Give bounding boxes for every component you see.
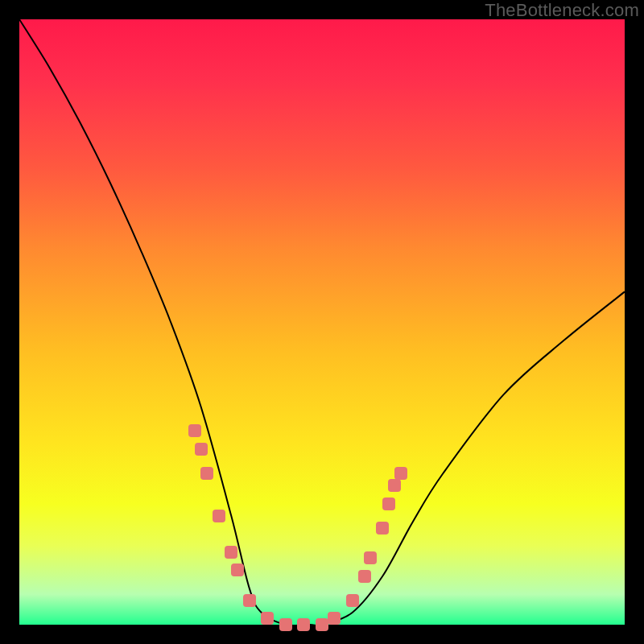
bottleneck-curve <box>19 19 625 625</box>
curve-marker <box>188 424 201 437</box>
curve-marker <box>376 522 389 535</box>
curve-marker <box>328 612 341 625</box>
curve-marker <box>316 618 328 631</box>
curve-marker <box>279 618 292 631</box>
curve-marker <box>297 618 310 631</box>
watermark-label: TheBottleneck.com <box>485 0 639 21</box>
curve-marker <box>358 570 371 583</box>
curve-marker <box>388 479 401 492</box>
curve-marker <box>231 564 244 576</box>
curve-marker <box>225 546 237 559</box>
curve-marker <box>382 497 395 510</box>
curve-marker <box>346 594 359 607</box>
chart-plot-area <box>19 19 625 625</box>
curve-marker <box>243 594 256 607</box>
curve-marker <box>394 467 407 480</box>
curve-marker <box>364 551 377 564</box>
curve-marker <box>195 443 208 456</box>
curve-marker <box>213 510 225 522</box>
curve-marker <box>200 467 213 480</box>
curve-marker <box>261 612 274 625</box>
